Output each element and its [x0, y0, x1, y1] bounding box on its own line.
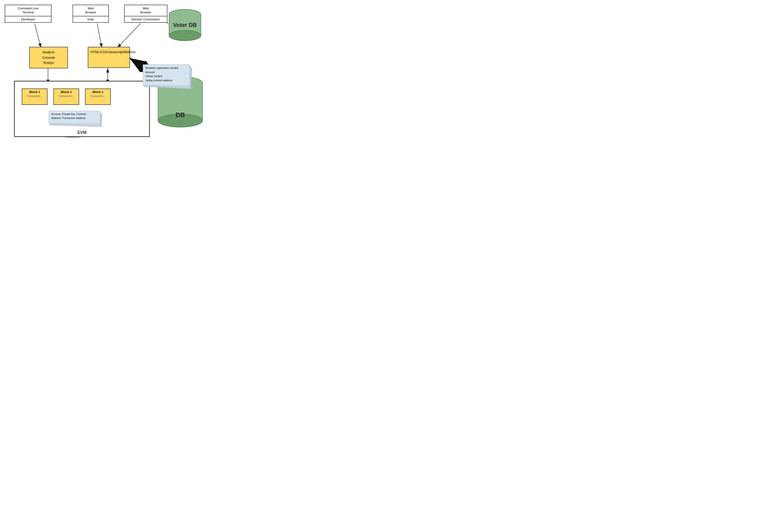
nodejs-label: NodeJsConsoleTestrpc [42, 50, 55, 65]
web-browser-voter-box: Web Browser Voter [73, 5, 109, 23]
svg-text:Voter DB: Voter DB [173, 22, 197, 28]
architecture-diagram: Voter DB DB Command Li [0, 0, 211, 145]
db-line-3: Voting Content [145, 74, 187, 78]
svg-point-4 [169, 9, 201, 20]
web-browser-ec-subtitle: Election Commission [125, 16, 167, 22]
db-line-1: Resident registration number [145, 66, 187, 70]
block-1-second: Block 1 Transaction... [53, 88, 79, 105]
html-css-box: HTML/CSS/Javascript/Web3Js [88, 47, 130, 68]
evm-db-text: Account, Private Key, ContractAddress, T… [51, 112, 86, 120]
block1-sub-3: Transaction... [87, 95, 108, 97]
evm-label: EVM [77, 130, 86, 135]
block1-title-3: Block 1 [87, 90, 108, 94]
main-db-card: Resident registration number Account Vot… [143, 64, 189, 85]
web-browser-ec-box: Web Browser Election Commission [124, 5, 167, 23]
svg-line-22 [97, 23, 102, 48]
html-css-label: HTML/CSS/Javascript/Web3Js [91, 50, 136, 54]
svg-line-23 [117, 23, 141, 48]
evm-container: Block 1 Transaction... Block 1 Transacti… [14, 81, 150, 137]
cmd-terminal-box: Command Line Terminal Developer [5, 5, 52, 23]
cmd-terminal-title: Command Line Terminal [5, 5, 51, 16]
svg-line-21 [35, 23, 41, 48]
block-1-third: Block 1 Transaction... [85, 88, 111, 105]
svg-text:DB: DB [176, 111, 185, 119]
block1-title-1: Block 1 [24, 90, 45, 94]
svg-point-8 [169, 30, 201, 41]
db-line-4: Voting contract address [145, 78, 187, 83]
svg-point-14 [158, 114, 203, 127]
web-browser-voter-subtitle: Voter [73, 16, 108, 22]
web-browser-ec-title: Web Browser [125, 5, 167, 16]
nodejs-box: NodeJsConsoleTestrpc [29, 47, 68, 68]
db-line-2: Account [145, 70, 187, 74]
evm-db-card: Account, Private Key, ContractAddress, T… [49, 111, 100, 124]
block1-sub-2: Transaction... [56, 95, 77, 97]
cmd-terminal-subtitle: Developer [5, 16, 51, 22]
block1-sub-1: Transaction... [24, 95, 45, 97]
block-1-first: Block 1 Transaction... [22, 88, 48, 105]
block1-title-2: Block 1 [56, 90, 77, 94]
web-browser-voter-title: Web Browser [73, 5, 108, 16]
svg-rect-5 [169, 14, 201, 35]
svg-rect-11 [158, 83, 203, 121]
